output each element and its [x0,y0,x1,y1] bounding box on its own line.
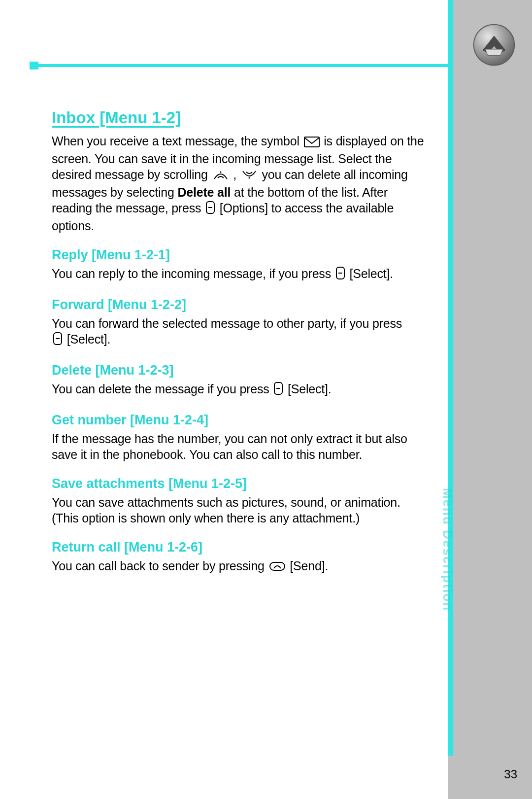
body-getnumber: If the message has the number, you can n… [52,431,426,462]
svg-point-2 [220,172,221,173]
softkey-icon [205,201,215,218]
body-saveatt: You can save attachments such as picture… [52,494,426,526]
body-delete: You can delete the message if you press … [52,381,426,399]
subtitle-forward: Forward [Menu 1-2-2] [52,297,426,313]
send-key-icon [269,560,286,576]
top-rule [30,64,453,67]
subtitle-getnumber: Get number [Menu 1-2-4] [52,413,426,428]
returncall-text-a: You can call back to sender by pressing [52,559,268,573]
forward-text-a: You can forward the selected message to … [52,316,402,330]
side-column [448,0,532,799]
delete-text-a: You can delete the message if you press [52,382,272,396]
softkey-icon [335,266,345,283]
side-label-text: Menu Description [440,488,455,611]
intro-bold-deleteall: Delete all [177,185,231,199]
reply-text-b: [Select]. [349,267,393,280]
page-num-accent [448,619,453,756]
scroll-down-icon [241,169,258,184]
softkey-icon [273,382,283,399]
manual-page: Inbox [Menu 1-2] When you receive a text… [0,0,532,799]
subtitle-saveatt: Save attachments [Menu 1-2-5] [52,476,426,491]
reply-text-a: You can reply to the incoming message, i… [52,267,334,280]
scroll-up-icon [212,169,229,184]
softkey-icon [53,332,63,349]
subtitle-reply: Reply [Menu 1-2-1] [52,247,426,263]
forward-text-b: [Select]. [67,332,111,346]
intro-text-1: When you receive a text message, the sym… [52,134,303,148]
body-returncall: You can call back to sender by pressing … [52,558,426,576]
section-title-inbox: Inbox [Menu 1-2] [52,108,426,127]
intro-paragraph: When you receive a text message, the sym… [52,133,426,234]
intro-text-comma: , [233,168,240,181]
body-forward: You can forward the selected message to … [52,315,426,349]
returncall-text-b: [Send]. [290,559,328,573]
subtitle-delete: Delete [Menu 1-2-3] [52,363,426,378]
svg-point-3 [248,177,250,179]
page-number: 33 [504,767,517,781]
envelope-icon [304,135,320,151]
delete-text-b: [Select]. [288,382,332,396]
body-reply: You can reply to the incoming message, i… [52,266,426,283]
svg-rect-1 [304,137,319,147]
top-rule-lead [30,62,38,69]
page-content: Inbox [Menu 1-2] When you receive a text… [52,108,426,577]
accent-vertical-top [448,0,453,67]
mail-corner-icon [472,23,516,67]
subtitle-returncall: Return call [Menu 1-2-6] [52,540,426,555]
